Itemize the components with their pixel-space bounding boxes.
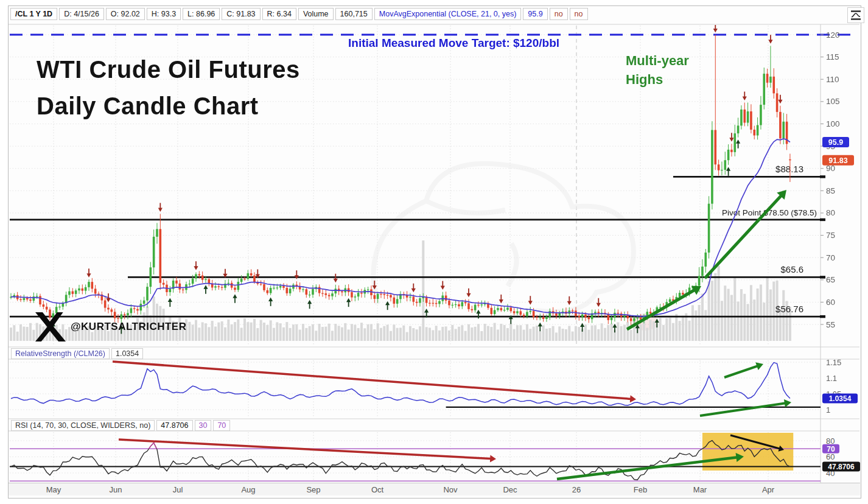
relative-strength-panel: 1.151.11.0511.0354: [11, 358, 858, 416]
rs-study-title[interactable]: RelativeStrength (/CLM26): [11, 348, 110, 359]
measured-move-target-label: Initial Measured Move Target: $120/bbl: [348, 37, 559, 50]
svg-text:105: 105: [826, 97, 840, 106]
month-label-oct: Oct: [365, 485, 390, 494]
trading-app-window: { "toolbar": { "symbol": "/CL 1 Y 1D", "…: [0, 0, 868, 504]
chart-title-line2: Daily Candle Chart: [37, 88, 300, 124]
rs-line: [11, 363, 790, 405]
svg-text:80: 80: [826, 436, 835, 446]
month-label-nov: Nov: [438, 485, 463, 494]
month-label-aug: Aug: [236, 485, 261, 494]
rs-study-value: 1.0354: [111, 348, 143, 359]
svg-text:1.15: 1.15: [826, 358, 841, 367]
watermark-credit: @KURTSALTRICHTER: [34, 312, 186, 342]
month-label-sep: Sep: [301, 485, 326, 494]
svg-text:70: 70: [826, 253, 835, 262]
multi-year-highs-label: Multi-year Highs: [626, 51, 689, 89]
svg-text:75: 75: [826, 231, 835, 240]
svg-text:47.8706: 47.8706: [828, 463, 855, 471]
svg-text:110: 110: [826, 75, 839, 84]
svg-text:91.83: 91.83: [828, 156, 847, 165]
low-cell: L: 86.96: [183, 8, 220, 20]
month-label-may: May: [41, 485, 66, 494]
rs-panel-header: RelativeStrength (/CLM26) 1.0354: [11, 348, 143, 359]
svg-text:1.0354: 1.0354: [829, 394, 852, 403]
month-label-mar: Mar: [688, 485, 712, 494]
volume-label-cell[interactable]: Volume: [298, 8, 334, 20]
svg-text:80: 80: [826, 208, 835, 217]
rsi-panel-header: RSI (14, 70, 30, CLOSE, WILDERS, no) 47.…: [11, 420, 230, 431]
svg-text:$88.13: $88.13: [775, 164, 803, 174]
flag1-cell: no: [550, 8, 568, 20]
svg-text:120: 120: [826, 30, 840, 40]
svg-text:85: 85: [826, 186, 835, 195]
chart-title: WTI Crude Oil Futures Daily Candle Chart: [37, 51, 300, 124]
range-cell: R: 6.34: [262, 8, 296, 20]
rsi-overbought-segment: [11, 441, 790, 480]
volume-value-cell: 160,715: [335, 8, 373, 20]
rsi-param-30: 30: [195, 420, 212, 431]
svg-text:65: 65: [826, 275, 835, 284]
high-cell: H: 93.3: [147, 8, 181, 20]
svg-text:$65.6: $65.6: [780, 264, 803, 275]
study-value-cell: 95.9: [523, 8, 547, 20]
chart-style-button[interactable]: [847, 7, 864, 23]
date-cell: D: 4/15/26: [59, 8, 104, 20]
month-label-feb: Feb: [628, 485, 653, 494]
background-watermark: [374, 164, 658, 331]
close-cell: C: 91.83: [222, 8, 260, 20]
month-label-apr: Apr: [756, 485, 780, 494]
chart-title-line1: WTI Crude Oil Futures: [37, 51, 300, 88]
month-label-jun: Jun: [103, 485, 128, 494]
x-logo-icon: [34, 312, 67, 342]
month-label-jul: Jul: [166, 485, 190, 494]
study-cell[interactable]: MovAvgExponential (CLOSE, 21, 0, yes): [374, 8, 522, 20]
rsi-param-70: 70: [213, 420, 230, 431]
svg-text:60: 60: [826, 298, 835, 307]
ema-line: [11, 139, 790, 317]
svg-text:$56.76: $56.76: [775, 304, 803, 314]
month-label-dec: Dec: [498, 485, 522, 494]
rsi-highlight-box: [702, 433, 793, 471]
svg-text:60: 60: [826, 452, 835, 461]
flag2-cell: no: [570, 8, 588, 20]
svg-text:95.9: 95.9: [828, 138, 843, 147]
svg-text:1: 1: [826, 405, 830, 415]
time-axis[interactable]: MayJunJulAugSepOctNovDec26FebMarApr: [9, 483, 860, 495]
month-label-26: 26: [564, 485, 589, 494]
rsi-study-title[interactable]: RSI (14, 70, 30, CLOSE, WILDERS, no): [11, 420, 155, 431]
symbol-cell[interactable]: /CL 1 Y 1D: [10, 8, 57, 20]
open-cell: O: 92.02: [106, 8, 145, 20]
svg-text:55: 55: [826, 320, 835, 329]
toolbar: /CL 1 Y 1D D: 4/15/26 O: 92.02 H: 93.3 L…: [10, 8, 588, 20]
rsi-line: [11, 441, 790, 480]
line-chart-icon: [850, 10, 862, 21]
svg-text:70: 70: [827, 445, 835, 453]
svg-text:1.1: 1.1: [826, 374, 837, 383]
svg-text:100: 100: [826, 119, 840, 128]
svg-text:115: 115: [826, 52, 839, 61]
price-axis: 12011511010510095908580757065605595.991.…: [821, 30, 854, 329]
rsi-study-value: 47.8706: [156, 420, 192, 431]
